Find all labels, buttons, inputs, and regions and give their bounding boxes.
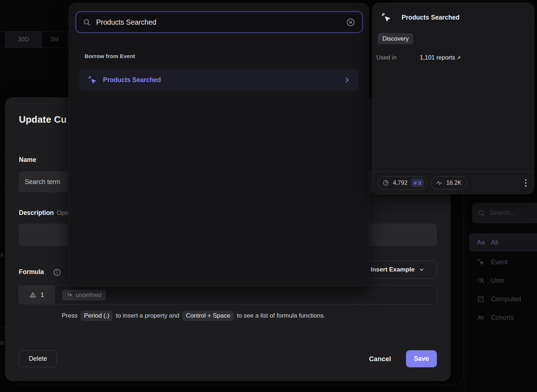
event-search-box	[76, 12, 362, 33]
event-volume-pill[interactable]: 16.2K	[431, 176, 467, 189]
key-control-space: Control + Space	[183, 311, 233, 321]
event-result-products-searched[interactable]: Products Searched	[79, 70, 358, 90]
formula-editor: 1 undefined	[18, 285, 437, 305]
undefined-property-chip[interactable]: undefined	[62, 290, 106, 301]
chart-gridline	[0, 190, 5, 190]
error-count: 1	[41, 291, 44, 299]
warning-icon	[29, 291, 36, 298]
key-period: Period (.)	[81, 311, 112, 321]
modal-title: Update Cu	[19, 114, 67, 125]
activity-icon	[435, 179, 443, 187]
event-stats-footer: 4,792 # 9 16.2K	[373, 171, 534, 194]
time-range-7d-button[interactable]: D	[0, 32, 5, 48]
hint-text: to insert a property and	[116, 312, 179, 319]
name-label: Name	[19, 156, 36, 164]
formula-error-gutter: 1	[18, 285, 55, 305]
time-range-segmented: D 30D 3M	[0, 31, 67, 48]
event-icon	[476, 258, 485, 266]
time-range-30d-button[interactable]: 30D	[5, 32, 42, 48]
chevron-down-icon	[419, 267, 425, 273]
event-search-input[interactable]	[96, 18, 340, 26]
event-result-label: Products Searched	[103, 76, 338, 84]
calculator-icon	[476, 295, 485, 303]
insert-example-button[interactable]: Insert Example	[358, 261, 437, 279]
chevron-right-icon	[344, 77, 351, 83]
event-count-value: 4,792	[393, 180, 407, 186]
formula-hint: Press Period (.) to insert a property an…	[62, 311, 325, 321]
used-in-value: 1,101 reports	[420, 54, 455, 61]
sidebar-item-label: All	[491, 239, 498, 246]
event-search-dropdown: Borrow from Event Products Searched	[69, 3, 369, 287]
app-root: D 30D 3M lay 55 Search... Aa All Event	[0, 0, 537, 392]
search-icon	[478, 209, 485, 217]
user-icon	[476, 277, 485, 285]
sidebar-item-user[interactable]: User	[469, 271, 537, 290]
event-icon	[381, 12, 392, 23]
chart-gridline	[0, 156, 5, 156]
event-details-card: Products Searched Discovery Used in 1,10…	[372, 3, 534, 194]
more-options-button[interactable]	[523, 177, 529, 189]
chart-series-line	[0, 328, 5, 328]
chart-axis-label-fragment: 55	[0, 340, 4, 346]
event-details-title: Products Searched	[402, 14, 460, 21]
close-circle-icon	[346, 17, 356, 27]
sidebar-item-computed[interactable]: Computed	[469, 290, 537, 308]
search-icon	[83, 18, 91, 26]
sidebar-item-label: Computed	[491, 295, 521, 303]
pie-chart-icon	[382, 179, 389, 186]
sidebar-search-input[interactable]: Search...	[472, 203, 537, 223]
cancel-button[interactable]: Cancel	[365, 350, 395, 367]
sidebar-item-label: Cohorts	[491, 314, 514, 322]
description-label-text: Description	[19, 209, 54, 216]
formula-input[interactable]: undefined	[55, 285, 437, 305]
borrow-from-event-header: Borrow from Event	[85, 53, 135, 60]
arrow-up-right-icon: ↗	[456, 55, 461, 61]
delete-button[interactable]: Delete	[19, 350, 57, 367]
sidebar-search-placeholder: Search...	[489, 209, 516, 217]
event-volume-value: 16.2K	[446, 180, 462, 186]
time-range-3m-button[interactable]: 3M	[42, 32, 67, 48]
used-in-label: Used in	[376, 54, 420, 61]
save-button[interactable]: Save	[406, 350, 437, 367]
sidebar-item-label: User	[491, 277, 505, 285]
sidebar-item-all[interactable]: Aa All	[469, 233, 537, 252]
text-format-icon: Aa	[476, 239, 485, 246]
formula-label: Formula	[19, 268, 44, 276]
category-badge: Discovery	[378, 33, 413, 44]
event-count-pill[interactable]: 4,792 # 9	[378, 176, 427, 189]
property-icon	[67, 292, 73, 298]
event-icon	[87, 75, 97, 85]
sidebar-item-cohorts[interactable]: Cohorts	[469, 309, 537, 327]
hint-text: to see a list of formula functions.	[237, 312, 325, 319]
chart-axis-label-fragment: lay	[0, 251, 3, 257]
insert-example-label: Insert Example	[371, 266, 415, 273]
used-in-reports-link[interactable]: 1,101 reports↗	[420, 54, 461, 61]
info-icon[interactable]	[53, 268, 61, 278]
cohorts-icon	[476, 314, 485, 322]
chip-label: undefined	[76, 292, 101, 298]
sidebar-item-label: Event	[491, 258, 508, 266]
event-rank-chip: # 9	[411, 179, 424, 187]
clear-search-button[interactable]	[346, 17, 356, 27]
hint-text: Press	[62, 312, 77, 319]
property-type-sidebar: Search... Aa All Event User	[465, 195, 537, 392]
sidebar-item-event[interactable]: Event	[469, 253, 537, 271]
